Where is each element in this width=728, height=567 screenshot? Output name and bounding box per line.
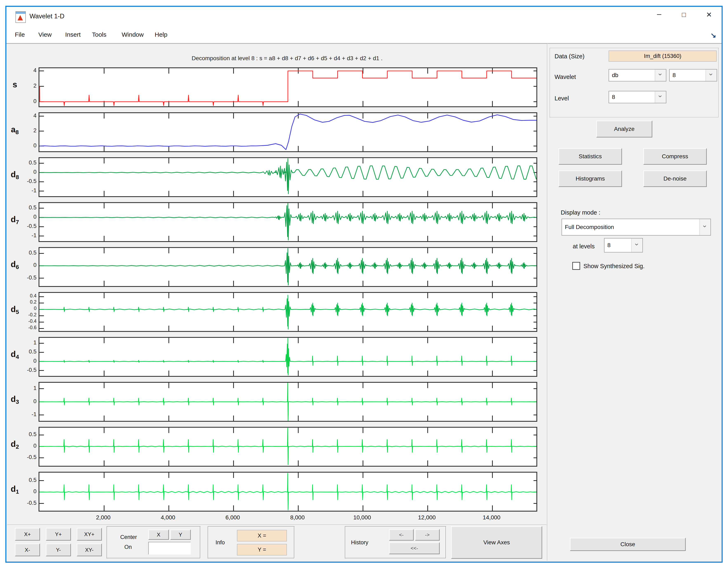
maximize-button[interactable]: □ [677,11,691,19]
menu-bar: FileViewInsertToolsWindowHelp [6,27,722,43]
axis-ticks [39,113,536,151]
xtick-label: 14,000 [475,514,508,521]
plot-d1[interactable] [39,472,537,512]
menu-item-file[interactable]: File [15,31,25,38]
wavelet-label: Wavelet [555,74,576,80]
close-window-button[interactable]: ✕ [702,11,716,19]
plot-a8[interactable] [39,112,537,152]
center-on-input[interactable] [148,542,191,555]
signal-trace-s [39,71,536,106]
chevron-down-icon[interactable]: › [655,69,666,81]
dock-arrow-icon[interactable]: ↘ [710,31,716,39]
histograms-button[interactable]: Histograms [558,171,622,187]
chevron-down-icon[interactable]: › [631,239,642,252]
ytick-d2: -0.5 [16,454,37,460]
display-mode-value: Full Decomposition [565,224,614,231]
xtick-label: 8,000 [281,514,314,521]
center-y-button[interactable]: Y [170,529,191,540]
ytick-s: 0 [16,98,37,105]
signal-trace-a8 [39,114,536,150]
info-group: Info X = Y = [208,526,295,559]
analyze-button[interactable]: Analyze [596,121,652,138]
ytick-d2: 0 [16,443,37,449]
ytick-d3: 0 [16,398,37,404]
ytick-d8: 0.5 [16,160,37,166]
display-mode-label: Display mode : [561,209,600,216]
view-axes-button[interactable]: View Axes [451,526,542,559]
ytick-a8: 2 [16,127,37,134]
wavelet-family-select[interactable]: db › [609,69,666,81]
display-mode-select[interactable]: Full Decomposition › [562,219,711,236]
ytick-d7: 0.5 [16,205,37,211]
xtick-label: 6,000 [216,514,249,521]
signal-trace-d4 [39,338,536,375]
menu-item-insert[interactable]: Insert [65,31,81,38]
ytick-d7: -0.5 [16,223,37,230]
decomposition-title: Decomposition at level 8 : s = a8 + d8 +… [39,55,536,62]
info-label: Info [216,539,225,546]
toolbar-separator [7,525,547,525]
wavelet-order-select[interactable]: 8 › [669,69,717,81]
at-levels-select[interactable]: 8 › [604,238,643,253]
signal-trace-d3 [39,383,536,421]
chevron-down-icon[interactable]: › [706,69,717,81]
plot-d4[interactable] [39,337,537,377]
ytick-d7: -1 [16,232,37,239]
history-back-all-button[interactable]: <<- [389,542,440,554]
statistics-button[interactable]: Statistics [558,148,622,165]
zoom-xy-minus[interactable]: XY- [77,543,102,556]
zoom-x-minus[interactable]: X- [15,543,40,556]
history-next-button[interactable]: -> [415,529,440,541]
plot-d3[interactable] [39,382,537,422]
ytick-d5: -0.6 [16,325,37,330]
ytick-d6: 0.5 [16,250,37,256]
data-size-label: Data (Size) [555,53,584,60]
zoom-y-minus[interactable]: Y- [46,543,71,556]
ytick-d6: 0 [16,262,37,269]
info-x-field: X = [237,530,287,541]
ytick-d4: 0 [16,358,37,364]
xtick-label: 12,000 [410,514,443,521]
wavelet-order-value: 8 [673,72,676,79]
plot-s[interactable] [39,67,537,107]
ytick-s: 4 [16,67,37,74]
chevron-down-icon[interactable]: › [699,219,710,235]
ytick-d8: -1 [16,187,37,194]
signal-trace-d1 [39,473,536,510]
signal-trace-d2 [39,428,536,465]
zoom-x-minusplus[interactable]: X+ [15,528,40,541]
compress-button[interactable]: Compress [643,148,707,165]
zoom-y-minusplus[interactable]: Y+ [46,528,71,541]
ytick-d5: 0.4 [16,293,37,298]
signal-trace-d8 [39,159,536,194]
ytick-d1: 0 [16,488,37,495]
ytick-s: 2 [16,83,37,89]
center-on-group: Center On X Y [107,526,201,559]
menu-item-help[interactable]: Help [155,31,167,38]
chevron-down-icon[interactable]: › [655,91,666,103]
plot-d5[interactable] [39,292,537,332]
history-prev-button[interactable]: <- [389,529,414,541]
close-button[interactable]: Close [570,538,686,551]
ytick-d5: -0.2 [16,312,37,317]
menu-item-window[interactable]: Window [122,31,144,38]
plot-d7[interactable] [39,202,537,242]
xtick-label: 10,000 [346,514,379,521]
data-size-value: Im_dift (15360) [609,51,717,62]
show-synthesized-checkbox[interactable] [572,262,580,270]
denoise-button[interactable]: De-noise [643,171,707,187]
history-label: History [351,539,368,546]
zoom-xy-minusplus[interactable]: XY+ [77,528,102,541]
ytick-d6: -0.5 [16,275,37,281]
ytick-a8: 0 [16,143,37,149]
menu-item-tools[interactable]: Tools [92,31,106,38]
minimize-button[interactable]: – [652,10,666,19]
at-levels-value: 8 [607,242,611,249]
center-x-button[interactable]: X [148,529,169,540]
menu-item-view[interactable]: View [38,31,52,38]
plot-d8[interactable] [39,157,537,197]
show-synthesized-label: Show Synthesized Sig. [583,263,645,270]
level-select[interactable]: 8 › [609,91,666,103]
plot-d6[interactable] [39,247,537,287]
plot-d2[interactable] [39,427,537,467]
